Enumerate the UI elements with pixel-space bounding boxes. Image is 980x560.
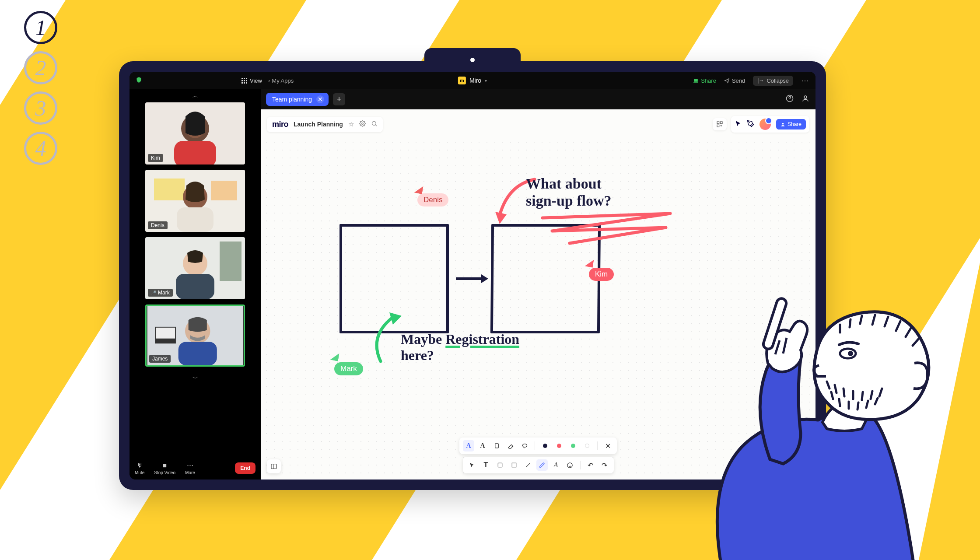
send-icon	[724, 78, 730, 84]
view-button[interactable]: View	[242, 77, 262, 84]
back-label: My Apps	[272, 77, 294, 84]
color-navy[interactable]	[539, 440, 551, 452]
pen-a-icon[interactable]: A	[463, 440, 474, 452]
collapse-icon: |→	[757, 77, 764, 84]
text-tool-icon[interactable]: T	[480, 459, 492, 471]
shape-tool-icon[interactable]	[508, 459, 520, 471]
svg-rect-16	[176, 274, 214, 299]
marker-a-icon[interactable]: A	[477, 440, 488, 452]
collapse-label: Collapse	[766, 77, 789, 84]
stop-video-button[interactable]: ■Stop Video	[154, 462, 175, 475]
svg-rect-38	[498, 463, 502, 467]
video-tile-kim[interactable]: Kim	[145, 102, 245, 164]
panel-toggle-button[interactable]	[267, 459, 281, 473]
app-title: m Miro ▾	[458, 77, 487, 84]
cursor-denis: Denis	[417, 193, 448, 206]
video-tile-mark[interactable]: 🎤Mark	[145, 237, 245, 299]
collapse-button[interactable]: |→ Collapse	[753, 76, 793, 86]
video-sidebar: ︿ Kim Denis 🎤Mark James ﹀	[130, 89, 261, 480]
name-tag: 🎤Mark	[148, 289, 173, 297]
video-tile-james[interactable]: James	[145, 304, 245, 367]
color-add[interactable]	[581, 440, 593, 452]
lasso-icon[interactable]	[519, 440, 530, 452]
more-icon: ⋯	[187, 461, 193, 469]
more-controls-button[interactable]: ⋯More	[185, 461, 195, 475]
svg-point-41	[567, 462, 572, 467]
step-2: 2	[24, 51, 57, 84]
help-icon[interactable]	[786, 94, 794, 105]
share-board-button[interactable]: Share	[776, 119, 806, 130]
toolbar-row-tools: T A ↶ ↷	[463, 457, 614, 473]
send-button[interactable]: Send	[724, 77, 745, 84]
color-green[interactable]	[567, 440, 579, 452]
more-menu-icon[interactable]: ⋯	[801, 76, 809, 85]
cursor-tool-icon[interactable]	[735, 120, 742, 129]
undo-icon[interactable]: ↶	[585, 459, 596, 471]
svg-point-44	[848, 351, 853, 356]
board-name[interactable]: Launch Planning	[294, 121, 343, 128]
close-tab-icon[interactable]: ✕	[316, 95, 324, 103]
draw-tool-icon[interactable]	[536, 459, 548, 471]
scroll-down-icon[interactable]: ﹀	[192, 372, 198, 385]
annotation-registration[interactable]: Maybe Registration here?	[401, 331, 519, 364]
pen-tool-icon[interactable]	[747, 120, 754, 129]
settings-gear-icon[interactable]	[359, 120, 366, 128]
tab-label: Team planning	[272, 96, 312, 103]
video-tile-denis[interactable]: Denis	[145, 170, 245, 232]
conference-topbar: View ‹ My Apps m Miro ▾ Share Sen	[130, 72, 816, 89]
mute-button[interactable]: 🎙Mute	[135, 462, 144, 475]
annotation-signup-flow[interactable]: What about sign-up flow?	[526, 175, 612, 209]
emoji-tool-icon[interactable]	[564, 459, 576, 471]
share-label-top: Share	[701, 77, 716, 84]
cursor-kim: Kim	[589, 268, 614, 281]
apps-icon	[716, 121, 723, 128]
miro-logo-icon: m	[458, 77, 466, 84]
back-my-apps[interactable]: ‹ My Apps	[268, 77, 294, 84]
send-label: Send	[732, 77, 745, 84]
svg-rect-9	[154, 178, 185, 200]
miro-header: miro Launch Planning ☆	[267, 116, 809, 133]
search-icon[interactable]	[371, 120, 378, 128]
svg-rect-28	[717, 125, 719, 127]
video-controls-bar: 🎙Mute ■Stop Video ⋯More End	[130, 457, 261, 480]
select-tool-icon[interactable]	[466, 459, 478, 471]
close-toolbar-icon[interactable]: ✕	[602, 440, 613, 452]
chevron-down-icon[interactable]: ▾	[485, 78, 487, 83]
svg-point-24	[361, 123, 363, 125]
font-style-icon[interactable]: A	[550, 459, 562, 471]
svg-rect-39	[512, 463, 516, 467]
name-tag: Denis	[148, 221, 168, 229]
star-icon[interactable]: ☆	[348, 120, 354, 128]
line-tool-icon[interactable]	[522, 459, 534, 471]
svg-rect-12	[177, 207, 214, 232]
new-tab-button[interactable]: +	[333, 93, 345, 105]
svg-point-25	[372, 122, 376, 126]
eraser-icon[interactable]	[505, 440, 516, 452]
share-arrow-icon	[693, 78, 699, 84]
svg-rect-34	[271, 464, 276, 469]
toolbar-row-colors: A A ✕	[459, 438, 617, 454]
highlighter-icon[interactable]	[491, 440, 502, 452]
cursor-mark: Mark	[334, 362, 363, 375]
share-button-top[interactable]: Share	[693, 77, 716, 84]
name-tag: Kim	[148, 154, 163, 162]
tab-bar: Team planning ✕ +	[261, 89, 816, 109]
device-notch	[424, 48, 521, 70]
tab-team-planning[interactable]: Team planning ✕	[266, 93, 329, 106]
camera-icon: ■	[163, 462, 167, 469]
profile-icon[interactable]	[802, 94, 809, 105]
svg-point-23	[804, 96, 807, 98]
svg-rect-19	[156, 328, 175, 339]
person-illustration	[617, 228, 958, 560]
redo-icon[interactable]: ↷	[599, 459, 610, 471]
svg-point-37	[522, 444, 527, 447]
user-avatar[interactable]	[760, 119, 771, 130]
apps-button[interactable]	[713, 118, 727, 130]
name-tag: James	[149, 355, 171, 363]
miro-wordmark[interactable]: miro	[272, 120, 288, 129]
grid-icon	[242, 78, 247, 84]
end-call-button[interactable]: End	[235, 462, 256, 474]
color-red[interactable]	[553, 440, 565, 452]
sticky-tool-icon[interactable]	[494, 459, 506, 471]
scroll-up-icon[interactable]: ︿	[192, 89, 198, 102]
